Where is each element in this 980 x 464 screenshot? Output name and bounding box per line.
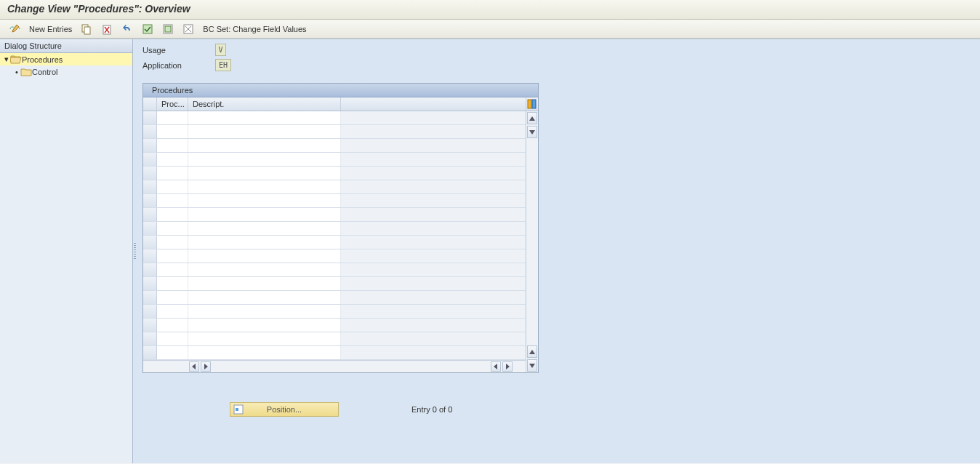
table-settings-button[interactable] [526, 97, 538, 111]
row-selector[interactable] [143, 236, 157, 249]
cell-proc[interactable] [157, 305, 188, 318]
cell-descript[interactable] [188, 305, 341, 318]
cell-proc[interactable] [157, 222, 188, 235]
cell-proc[interactable] [157, 139, 188, 152]
table-row[interactable] [143, 139, 526, 153]
table-row[interactable] [143, 319, 526, 332]
row-selector[interactable] [143, 332, 157, 345]
cell-descript[interactable] [188, 139, 341, 152]
column-header-proc[interactable]: Proc... [157, 97, 188, 111]
cell-descript[interactable] [188, 125, 341, 138]
scroll-right-button[interactable] [201, 361, 211, 372]
row-selector[interactable] [143, 305, 157, 318]
row-selector[interactable] [143, 153, 157, 166]
table-row[interactable] [143, 236, 526, 249]
cell-descript[interactable] [188, 291, 341, 304]
delete-button[interactable] [98, 23, 116, 36]
scroll-up-button[interactable] [527, 112, 537, 124]
row-selector[interactable] [143, 139, 157, 152]
copy-as-button[interactable] [78, 23, 95, 36]
row-selector[interactable] [143, 249, 157, 263]
row-selector[interactable] [143, 319, 157, 332]
cell-descript[interactable] [188, 319, 341, 332]
cell-descript[interactable] [188, 236, 341, 249]
cell-proc[interactable] [157, 291, 188, 304]
cell-proc[interactable] [157, 111, 188, 124]
column-header-descript[interactable]: Descript. [188, 97, 341, 111]
table-row[interactable] [143, 167, 526, 180]
position-button[interactable]: Position... [230, 402, 339, 417]
scroll-down-button[interactable] [527, 126, 537, 138]
cell-proc[interactable] [157, 194, 188, 207]
row-selector[interactable] [143, 277, 157, 290]
application-value[interactable]: EH [215, 59, 231, 71]
cell-descript[interactable] [188, 167, 341, 180]
scroll-up-end-button[interactable] [527, 345, 537, 358]
undo-button[interactable] [119, 23, 136, 36]
table-row[interactable] [143, 346, 526, 360]
cell-descript[interactable] [188, 249, 341, 263]
cell-descript[interactable] [188, 277, 341, 290]
cell-descript[interactable] [188, 332, 341, 345]
deselect-all-button[interactable] [180, 23, 197, 36]
table-row[interactable] [143, 194, 526, 208]
cell-descript[interactable] [188, 263, 341, 276]
tree-node-procedures[interactable]: ▾ Procedures [0, 53, 132, 65]
row-selector[interactable] [143, 346, 157, 359]
table-row[interactable] [143, 111, 526, 125]
cell-proc[interactable] [157, 332, 188, 345]
row-selector[interactable] [143, 167, 157, 180]
table-row[interactable] [143, 180, 526, 194]
row-selector[interactable] [143, 263, 157, 276]
cell-proc[interactable] [157, 346, 188, 359]
cell-descript[interactable] [188, 222, 341, 235]
row-selector[interactable] [143, 180, 157, 193]
row-selector[interactable] [143, 111, 157, 124]
table-row[interactable] [143, 249, 526, 263]
table-row[interactable] [143, 125, 526, 139]
table-row[interactable] [143, 263, 526, 277]
cell-descript[interactable] [188, 111, 341, 124]
select-block-button[interactable] [159, 23, 177, 36]
table-row[interactable] [143, 153, 526, 167]
tree-node-control[interactable]: • Control [0, 65, 132, 78]
scroll-down-end-button[interactable] [527, 359, 537, 372]
cell-descript[interactable] [188, 208, 341, 221]
collapse-icon[interactable]: ▾ [3, 55, 10, 64]
other-view-button[interactable] [6, 23, 23, 36]
table-row[interactable] [143, 208, 526, 222]
usage-value[interactable]: V [215, 44, 226, 56]
table-row[interactable] [143, 222, 526, 236]
row-selector[interactable] [143, 208, 157, 221]
cell-proc[interactable] [157, 236, 188, 249]
cell-proc[interactable] [157, 249, 188, 263]
row-selector[interactable] [143, 125, 157, 138]
cell-proc[interactable] [157, 125, 188, 138]
new-entries-button[interactable]: New Entries [26, 23, 75, 36]
table-row[interactable] [143, 291, 526, 305]
row-selector[interactable] [143, 194, 157, 207]
bc-set-button[interactable]: BC Set: Change Field Values [200, 23, 309, 36]
cell-proc[interactable] [157, 153, 188, 166]
cell-proc[interactable] [157, 263, 188, 276]
scroll-left-end-button[interactable] [491, 361, 501, 372]
cell-descript[interactable] [188, 180, 341, 193]
cell-proc[interactable] [157, 167, 188, 180]
table-row[interactable] [143, 277, 526, 291]
cell-proc[interactable] [157, 277, 188, 290]
cell-descript[interactable] [188, 194, 341, 207]
scroll-left-button[interactable] [189, 361, 199, 372]
row-selector-header[interactable] [143, 97, 157, 111]
scroll-right-end-button[interactable] [502, 361, 513, 372]
row-selector[interactable] [143, 291, 157, 304]
table-row[interactable] [143, 332, 526, 346]
table-row[interactable] [143, 305, 526, 319]
cell-descript[interactable] [188, 153, 341, 166]
cell-proc[interactable] [157, 319, 188, 332]
cell-proc[interactable] [157, 208, 188, 221]
cell-descript[interactable] [188, 346, 341, 359]
cell-proc[interactable] [157, 180, 188, 193]
row-selector[interactable] [143, 222, 157, 235]
bc-set-label: BC Set: Change Field Values [203, 25, 306, 33]
select-all-button[interactable] [139, 23, 156, 36]
